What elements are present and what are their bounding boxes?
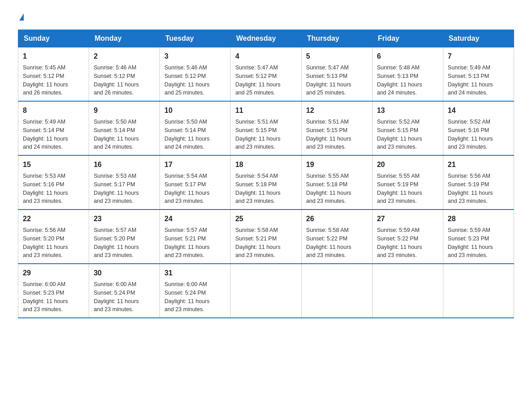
day-cell: 6Sunrise: 5:48 AMSunset: 5:13 PMDaylight… <box>372 47 443 102</box>
day-cell: 16Sunrise: 5:53 AMSunset: 5:17 PMDayligh… <box>89 155 160 210</box>
day-number: 13 <box>377 105 438 116</box>
day-info: Sunrise: 5:50 AMSunset: 5:14 PMDaylight:… <box>94 118 155 151</box>
day-cell: 1Sunrise: 5:45 AMSunset: 5:12 PMDaylight… <box>18 47 89 102</box>
day-cell: 22Sunrise: 5:56 AMSunset: 5:20 PMDayligh… <box>18 210 89 264</box>
week-row-4: 22Sunrise: 5:56 AMSunset: 5:20 PMDayligh… <box>18 210 514 264</box>
day-info: Sunrise: 5:52 AMSunset: 5:16 PMDaylight:… <box>448 118 509 151</box>
day-cell <box>301 264 372 318</box>
day-number: 10 <box>164 105 226 116</box>
day-info: Sunrise: 5:58 AMSunset: 5:21 PMDaylight:… <box>235 226 296 260</box>
day-number: 6 <box>377 51 438 62</box>
day-number: 7 <box>448 51 509 62</box>
day-info: Sunrise: 5:55 AMSunset: 5:18 PMDaylight:… <box>306 172 368 206</box>
day-info: Sunrise: 5:54 AMSunset: 5:18 PMDaylight:… <box>235 172 296 206</box>
day-number: 9 <box>94 105 155 116</box>
day-cell: 14Sunrise: 5:52 AMSunset: 5:16 PMDayligh… <box>443 101 514 155</box>
day-info: Sunrise: 5:59 AMSunset: 5:23 PMDaylight:… <box>448 226 509 260</box>
day-cell: 10Sunrise: 5:50 AMSunset: 5:14 PMDayligh… <box>160 101 231 155</box>
week-row-3: 15Sunrise: 5:53 AMSunset: 5:16 PMDayligh… <box>18 155 514 210</box>
day-cell: 29Sunrise: 6:00 AMSunset: 5:23 PMDayligh… <box>18 264 89 318</box>
day-cell: 26Sunrise: 5:58 AMSunset: 5:22 PMDayligh… <box>301 210 372 264</box>
day-cell: 2Sunrise: 5:46 AMSunset: 5:12 PMDaylight… <box>89 47 160 102</box>
day-number: 18 <box>235 159 296 170</box>
day-info: Sunrise: 5:57 AMSunset: 5:20 PMDaylight:… <box>94 226 155 260</box>
day-cell: 15Sunrise: 5:53 AMSunset: 5:16 PMDayligh… <box>18 155 89 210</box>
day-number: 23 <box>94 214 155 224</box>
day-cell <box>231 264 301 318</box>
day-header-sunday: Sunday <box>18 30 89 47</box>
day-info: Sunrise: 5:56 AMSunset: 5:20 PMDaylight:… <box>23 226 84 260</box>
day-cell <box>443 264 514 318</box>
day-info: Sunrise: 5:46 AMSunset: 5:12 PMDaylight:… <box>164 64 226 97</box>
day-info: Sunrise: 5:47 AMSunset: 5:13 PMDaylight:… <box>306 64 368 97</box>
day-cell: 9Sunrise: 5:50 AMSunset: 5:14 PMDaylight… <box>89 101 160 155</box>
day-info: Sunrise: 5:48 AMSunset: 5:13 PMDaylight:… <box>377 64 438 97</box>
logo <box>18 13 24 21</box>
day-header-row: SundayMondayTuesdayWednesdayThursdayFrid… <box>18 30 514 47</box>
day-info: Sunrise: 5:59 AMSunset: 5:22 PMDaylight:… <box>377 226 438 260</box>
day-cell: 5Sunrise: 5:47 AMSunset: 5:13 PMDaylight… <box>301 47 372 102</box>
day-number: 29 <box>23 268 84 278</box>
day-number: 31 <box>164 268 226 278</box>
day-number: 27 <box>377 214 438 224</box>
day-info: Sunrise: 5:45 AMSunset: 5:12 PMDaylight:… <box>23 64 84 97</box>
week-row-1: 1Sunrise: 5:45 AMSunset: 5:12 PMDaylight… <box>18 47 514 102</box>
day-number: 11 <box>235 105 296 116</box>
day-info: Sunrise: 6:00 AMSunset: 5:24 PMDaylight:… <box>164 280 226 314</box>
day-number: 14 <box>448 105 509 116</box>
day-header-friday: Friday <box>372 30 443 47</box>
day-header-wednesday: Wednesday <box>231 30 301 47</box>
day-number: 15 <box>23 159 84 170</box>
day-cell: 25Sunrise: 5:58 AMSunset: 5:21 PMDayligh… <box>231 210 301 264</box>
day-info: Sunrise: 5:49 AMSunset: 5:13 PMDaylight:… <box>448 64 509 97</box>
day-header-monday: Monday <box>89 30 160 47</box>
day-cell: 3Sunrise: 5:46 AMSunset: 5:12 PMDaylight… <box>160 47 231 102</box>
day-cell: 11Sunrise: 5:51 AMSunset: 5:15 PMDayligh… <box>231 101 301 155</box>
day-number: 19 <box>306 159 368 170</box>
day-number: 22 <box>23 214 84 224</box>
day-info: Sunrise: 5:46 AMSunset: 5:12 PMDaylight:… <box>94 64 155 97</box>
page-header <box>18 13 514 21</box>
day-info: Sunrise: 5:49 AMSunset: 5:14 PMDaylight:… <box>23 118 84 151</box>
day-cell: 18Sunrise: 5:54 AMSunset: 5:18 PMDayligh… <box>231 155 301 210</box>
day-header-saturday: Saturday <box>443 30 514 47</box>
day-info: Sunrise: 5:50 AMSunset: 5:14 PMDaylight:… <box>164 118 226 151</box>
day-cell: 24Sunrise: 5:57 AMSunset: 5:21 PMDayligh… <box>160 210 231 264</box>
day-info: Sunrise: 6:00 AMSunset: 5:24 PMDaylight:… <box>94 280 155 314</box>
day-cell: 8Sunrise: 5:49 AMSunset: 5:14 PMDaylight… <box>18 101 89 155</box>
logo-triangle-icon <box>19 13 24 21</box>
day-number: 4 <box>235 51 296 62</box>
day-number: 28 <box>448 214 509 224</box>
day-info: Sunrise: 5:55 AMSunset: 5:19 PMDaylight:… <box>377 172 438 206</box>
day-header-tuesday: Tuesday <box>160 30 231 47</box>
day-cell: 21Sunrise: 5:56 AMSunset: 5:19 PMDayligh… <box>443 155 514 210</box>
day-info: Sunrise: 5:51 AMSunset: 5:15 PMDaylight:… <box>306 118 368 151</box>
day-number: 30 <box>94 268 155 278</box>
day-number: 20 <box>377 159 438 170</box>
day-number: 8 <box>23 105 84 116</box>
day-number: 16 <box>94 159 155 170</box>
day-cell: 23Sunrise: 5:57 AMSunset: 5:20 PMDayligh… <box>89 210 160 264</box>
day-number: 2 <box>94 51 155 62</box>
day-cell: 7Sunrise: 5:49 AMSunset: 5:13 PMDaylight… <box>443 47 514 102</box>
day-cell: 12Sunrise: 5:51 AMSunset: 5:15 PMDayligh… <box>301 101 372 155</box>
day-cell: 19Sunrise: 5:55 AMSunset: 5:18 PMDayligh… <box>301 155 372 210</box>
day-cell: 30Sunrise: 6:00 AMSunset: 5:24 PMDayligh… <box>89 264 160 318</box>
day-cell: 31Sunrise: 6:00 AMSunset: 5:24 PMDayligh… <box>160 264 231 318</box>
day-number: 17 <box>164 159 226 170</box>
day-info: Sunrise: 5:56 AMSunset: 5:19 PMDaylight:… <box>448 172 509 206</box>
day-number: 12 <box>306 105 368 116</box>
day-info: Sunrise: 6:00 AMSunset: 5:23 PMDaylight:… <box>23 280 84 314</box>
day-number: 26 <box>306 214 368 224</box>
day-cell: 28Sunrise: 5:59 AMSunset: 5:23 PMDayligh… <box>443 210 514 264</box>
day-cell: 20Sunrise: 5:55 AMSunset: 5:19 PMDayligh… <box>372 155 443 210</box>
day-cell: 27Sunrise: 5:59 AMSunset: 5:22 PMDayligh… <box>372 210 443 264</box>
day-info: Sunrise: 5:57 AMSunset: 5:21 PMDaylight:… <box>164 226 226 260</box>
day-cell <box>372 264 443 318</box>
day-cell: 17Sunrise: 5:54 AMSunset: 5:17 PMDayligh… <box>160 155 231 210</box>
day-cell: 4Sunrise: 5:47 AMSunset: 5:12 PMDaylight… <box>231 47 301 102</box>
calendar-table: SundayMondayTuesdayWednesdayThursdayFrid… <box>18 30 514 318</box>
day-info: Sunrise: 5:58 AMSunset: 5:22 PMDaylight:… <box>306 226 368 260</box>
week-row-5: 29Sunrise: 6:00 AMSunset: 5:23 PMDayligh… <box>18 264 514 318</box>
day-info: Sunrise: 5:51 AMSunset: 5:15 PMDaylight:… <box>235 118 296 151</box>
